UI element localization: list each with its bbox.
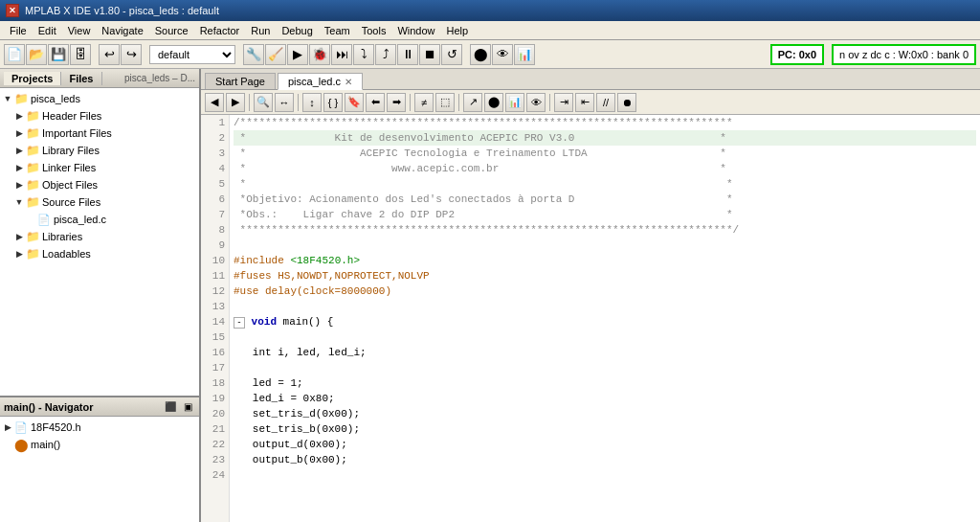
et-indent-btn[interactable]: ⇥ [554, 93, 573, 112]
code-line-23[interactable]: output_b(0x00); [234, 452, 976, 467]
tree-item-loadables[interactable]: ▶ 📁 Loadables [2, 245, 197, 262]
menu-item-view[interactable]: View [62, 23, 97, 38]
step-btn[interactable]: ⏭ [331, 44, 352, 65]
et-search-btn[interactable]: 🔍 [254, 93, 273, 112]
tree-item-library-files[interactable]: ▶ 📁 Library Files [2, 142, 197, 159]
menu-item-tools[interactable]: Tools [356, 23, 392, 38]
et-watch-btn[interactable]: 👁 [526, 93, 546, 112]
code-line-15[interactable] [234, 329, 976, 345]
clean-btn[interactable]: 🧹 [265, 44, 286, 65]
et-match-btn[interactable]: { } [323, 93, 343, 112]
code-line-19[interactable]: led_i = 0x80; [234, 391, 976, 406]
code-line-24[interactable] [234, 467, 976, 483]
tree-item-source-files[interactable]: ▼ 📁 Source Files [2, 193, 197, 211]
menu-item-navigate[interactable]: Navigate [96, 23, 148, 38]
menu-item-edit[interactable]: Edit [33, 23, 62, 38]
stop-btn[interactable]: ⏹ [419, 44, 440, 65]
run-btn[interactable]: ▶ [287, 44, 308, 65]
tab-pisca-led[interactable]: pisca_led.c ✕ [278, 73, 363, 90]
code-line-11[interactable]: #fuses HS,NOWDT,NOPROTECT,NOLVP [234, 268, 976, 284]
nav-item-18f4520[interactable]: ▶ 📄 18F4520.h [2, 419, 197, 436]
tree-item-pisca-leds[interactable]: ▼ 📁 pisca_leds [2, 90, 197, 107]
new-file-btn[interactable]: 📄 [4, 44, 25, 65]
et-jump-btn[interactable]: ↕ [302, 93, 322, 112]
code-content[interactable]: /***************************************… [230, 115, 980, 522]
code-line-10[interactable]: #include <18F4520.h> [234, 253, 976, 268]
et-back-btn[interactable]: ◀ [205, 93, 224, 112]
code-line-8[interactable]: ****************************************… [234, 222, 976, 238]
menu-item-debug[interactable]: Debug [276, 23, 318, 38]
nav-item-main[interactable]: ⬤ main() [2, 436, 197, 453]
tab-start-page[interactable]: Start Page [205, 73, 276, 89]
nav-sort-icon[interactable]: ⬛ [163, 399, 178, 415]
menu-item-run[interactable]: Run [245, 23, 276, 38]
watch-btn[interactable]: 👁 [492, 44, 513, 65]
code-line-5[interactable]: * * [234, 176, 976, 192]
et-diff2-btn[interactable]: ⬚ [435, 93, 455, 112]
step-out-btn[interactable]: ⤴ [375, 44, 396, 65]
et-fwd-btn[interactable]: ▶ [226, 93, 245, 112]
code-line-21[interactable]: set_tris_b(0x00); [234, 421, 976, 437]
breakpoint-btn[interactable]: ⬤ [470, 44, 491, 65]
open-btn[interactable]: 📂 [26, 44, 47, 65]
tree-item-pisca-led-c[interactable]: 📄 pisca_led.c [2, 211, 197, 228]
code-line-4[interactable]: * www.acepic.com.br * [234, 161, 976, 176]
et-mem-btn[interactable]: 📊 [505, 93, 524, 112]
tab-projects[interactable]: Projects [4, 72, 61, 85]
menu-item-source[interactable]: Source [149, 23, 194, 38]
code-line-13[interactable] [234, 299, 976, 314]
code-line-20[interactable]: set_tris_d(0x00); [234, 406, 976, 421]
et-bookmarks-btn[interactable]: 🔖 [345, 93, 364, 112]
code-line-12[interactable]: #use delay(clock=8000000) [234, 284, 976, 299]
menu-item-refactor[interactable]: Refactor [194, 23, 246, 38]
menu-item-team[interactable]: Team [319, 23, 356, 38]
reset-btn[interactable]: ↺ [441, 44, 462, 65]
undo-btn[interactable]: ↩ [99, 44, 120, 65]
build-btn[interactable]: 🔧 [243, 44, 264, 65]
et-hist-btn[interactable]: ⏺ [617, 93, 636, 112]
menu-item-file[interactable]: File [4, 23, 33, 38]
menu-item-window[interactable]: Window [391, 23, 440, 38]
mem-btn[interactable]: 📊 [514, 44, 535, 65]
tree-item-object-files[interactable]: ▶ 📁 Object Files [2, 176, 197, 193]
tree-item-linker-files[interactable]: ▶ 📁 Linker Files [2, 159, 197, 176]
et-comment-btn[interactable]: // [596, 93, 615, 112]
code-line-18[interactable]: led = 1; [234, 375, 976, 391]
code-line-1[interactable]: /***************************************… [234, 115, 976, 130]
step-over-btn[interactable]: ⤵ [353, 44, 374, 65]
tab-files[interactable]: Files [61, 72, 101, 85]
et-outdent-btn[interactable]: ⇤ [575, 93, 594, 112]
et-diff-btn[interactable]: ≠ [414, 93, 434, 112]
expand-icon: ▶ [13, 248, 25, 260]
code-line-7[interactable]: *Obs.: Ligar chave 2 do DIP DP2 * [234, 207, 976, 222]
code-line-9[interactable] [234, 238, 976, 253]
menu-item-help[interactable]: Help [441, 23, 475, 38]
nav-filter-icon[interactable]: ▣ [180, 399, 195, 415]
code-line-17[interactable] [234, 360, 976, 375]
et-bp-btn[interactable]: ⬤ [484, 93, 503, 112]
save-btn[interactable]: 💾 [48, 44, 69, 65]
et-bookmark-prev-btn[interactable]: ⬅ [366, 93, 385, 112]
et-bookmark-next-btn[interactable]: ➡ [387, 93, 406, 112]
redo-btn[interactable]: ↪ [121, 44, 142, 65]
et-replace-btn[interactable]: ↔ [275, 93, 294, 112]
debug-btn[interactable]: 🐞 [309, 44, 330, 65]
code-line-22[interactable]: output_d(0x00); [234, 437, 976, 452]
tree-item-header-files[interactable]: ▶ 📁 Header Files [2, 107, 197, 125]
tree-item-libraries[interactable]: ▶ 📁 Libraries [2, 228, 197, 245]
code-line-16[interactable]: int i, led, led_i; [234, 345, 976, 360]
save-all-btn[interactable]: 🗄 [70, 44, 91, 65]
code-line-3[interactable]: * ACEPIC Tecnologia e Treinamento LTDA * [234, 146, 976, 161]
config-select[interactable]: default [149, 45, 235, 64]
code-line-6[interactable]: *Objetivo: Acionamento dos Led's conecta… [234, 192, 976, 207]
tab-close-icon[interactable]: ✕ [345, 77, 352, 87]
tree-item-important-files[interactable]: ▶ 📁 Important Files [2, 125, 197, 142]
pause-btn[interactable]: ⏸ [397, 44, 418, 65]
project-tree: ▼ 📁 pisca_leds ▶ 📁 Header Files ▶ 📁 Impo… [0, 88, 199, 396]
tree-label: Libraries [42, 231, 82, 242]
et-sep1 [249, 94, 250, 111]
et-run-to-cursor-btn[interactable]: ↗ [463, 93, 482, 112]
close-icon[interactable]: ✕ [6, 4, 19, 17]
code-line-2[interactable]: * Kit de desenvolvimento ACEPIC PRO V3.0… [234, 130, 976, 146]
code-line-14[interactable]: - void main() { [234, 314, 976, 329]
